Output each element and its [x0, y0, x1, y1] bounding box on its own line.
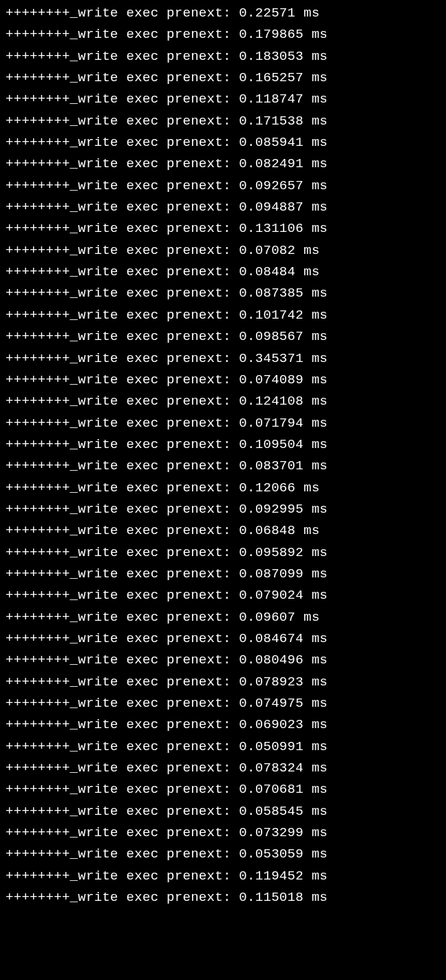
terminal-output[interactable]: ++++++++_write exec prenext: 0.22571 ms+… — [6, 3, 440, 908]
log-line: ++++++++_write exec prenext: 0.07082 ms — [6, 240, 440, 262]
log-line: ++++++++_write exec prenext: 0.083701 ms — [6, 456, 440, 477]
log-line: ++++++++_write exec prenext: 0.171538 ms — [6, 111, 440, 132]
log-line: ++++++++_write exec prenext: 0.074975 ms — [6, 693, 440, 714]
log-line: ++++++++_write exec prenext: 0.098567 ms — [6, 326, 440, 348]
log-line: ++++++++_write exec prenext: 0.119452 ms — [6, 866, 440, 887]
log-line: ++++++++_write exec prenext: 0.118747 ms — [6, 89, 440, 110]
log-line: ++++++++_write exec prenext: 0.109504 ms — [6, 434, 440, 456]
log-line: ++++++++_write exec prenext: 0.085941 ms — [6, 132, 440, 153]
log-line: ++++++++_write exec prenext: 0.101742 ms — [6, 305, 440, 326]
log-line: ++++++++_write exec prenext: 0.050991 ms — [6, 736, 440, 758]
log-line: ++++++++_write exec prenext: 0.08484 ms — [6, 262, 440, 283]
log-line: ++++++++_write exec prenext: 0.079024 ms — [6, 585, 440, 606]
log-line: ++++++++_write exec prenext: 0.078923 ms — [6, 672, 440, 693]
log-line: ++++++++_write exec prenext: 0.070681 ms — [6, 779, 440, 800]
log-line: ++++++++_write exec prenext: 0.087099 ms — [6, 564, 440, 585]
log-line: ++++++++_write exec prenext: 0.12066 ms — [6, 478, 440, 499]
log-line: ++++++++_write exec prenext: 0.074089 ms — [6, 370, 440, 391]
log-line: ++++++++_write exec prenext: 0.09607 ms — [6, 607, 440, 628]
log-line: ++++++++_write exec prenext: 0.071794 ms — [6, 413, 440, 434]
log-line: ++++++++_write exec prenext: 0.345371 ms — [6, 348, 440, 370]
log-line: ++++++++_write exec prenext: 0.087385 ms — [6, 283, 440, 304]
log-line: ++++++++_write exec prenext: 0.084674 ms — [6, 628, 440, 650]
log-line: ++++++++_write exec prenext: 0.082491 ms — [6, 153, 440, 175]
log-line: ++++++++_write exec prenext: 0.080496 ms — [6, 650, 440, 671]
log-line: ++++++++_write exec prenext: 0.078324 ms — [6, 758, 440, 779]
log-line: ++++++++_write exec prenext: 0.058545 ms — [6, 801, 440, 822]
log-line: ++++++++_write exec prenext: 0.131106 ms — [6, 218, 440, 239]
log-line: ++++++++_write exec prenext: 0.053059 ms — [6, 844, 440, 865]
log-line: ++++++++_write exec prenext: 0.06848 ms — [6, 520, 440, 542]
log-line: ++++++++_write exec prenext: 0.092657 ms — [6, 175, 440, 197]
log-line: ++++++++_write exec prenext: 0.124108 ms — [6, 391, 440, 412]
log-line: ++++++++_write exec prenext: 0.22571 ms — [6, 3, 440, 24]
log-line: ++++++++_write exec prenext: 0.115018 ms — [6, 887, 440, 908]
log-line: ++++++++_write exec prenext: 0.179865 ms — [6, 24, 440, 45]
log-line: ++++++++_write exec prenext: 0.165257 ms — [6, 67, 440, 89]
log-line: ++++++++_write exec prenext: 0.092995 ms — [6, 499, 440, 520]
log-line: ++++++++_write exec prenext: 0.069023 ms — [6, 714, 440, 736]
log-line: ++++++++_write exec prenext: 0.183053 ms — [6, 46, 440, 67]
log-line: ++++++++_write exec prenext: 0.073299 ms — [6, 822, 440, 844]
log-line: ++++++++_write exec prenext: 0.095892 ms — [6, 542, 440, 564]
log-line: ++++++++_write exec prenext: 0.094887 ms — [6, 197, 440, 218]
